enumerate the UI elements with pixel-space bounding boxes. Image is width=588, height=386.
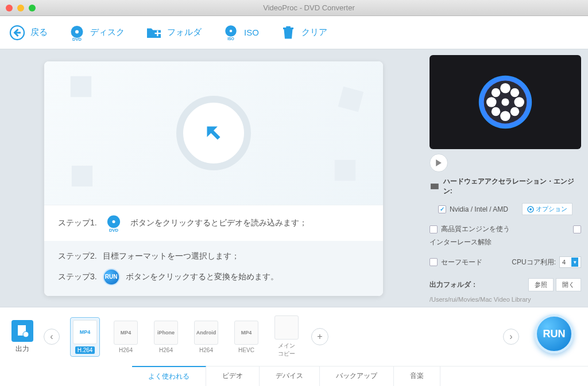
output-path: /Users/rui/Movies/Mac Video Library bbox=[430, 296, 581, 303]
format-item-3[interactable]: AndroidH264 bbox=[192, 318, 220, 356]
side-panel: ハードウェアアクセラレーション・エンジン: Nvidia / Intel / A… bbox=[427, 49, 588, 307]
output-folder-label: 出力フォルダ： bbox=[430, 280, 478, 290]
clear-button[interactable]: クリア bbox=[280, 24, 327, 41]
step3-text: ボタンをクリックすると変換を始めます。 bbox=[126, 272, 278, 282]
card-hero bbox=[44, 61, 383, 205]
step1-label: ステップ1. bbox=[58, 218, 97, 228]
next-format-button[interactable]: › bbox=[503, 329, 519, 345]
cpu-label: CPUコア利用: bbox=[512, 258, 556, 267]
svg-point-31 bbox=[529, 208, 532, 210]
gear-icon bbox=[527, 206, 534, 213]
tab-2[interactable]: デバイス bbox=[260, 366, 320, 386]
chevron-down-icon: ▾ bbox=[571, 258, 578, 267]
iso-button[interactable]: ISO ISO bbox=[222, 24, 259, 41]
trash-icon bbox=[280, 24, 297, 41]
hq-label: 高品質エンジンを使う bbox=[441, 224, 510, 234]
format-item-4[interactable]: MP4HEVC bbox=[232, 318, 261, 356]
gpu-label: Nvidia / Intel / AMD bbox=[450, 205, 508, 213]
svg-rect-29 bbox=[431, 184, 439, 189]
step-1: ステップ1. DVD ボタンをクリックするとビデオを読み込みます； bbox=[44, 205, 383, 241]
deinterlace-label: インターレース解除 bbox=[430, 237, 492, 247]
folder-label: フォルダ bbox=[167, 27, 202, 38]
play-icon bbox=[435, 159, 442, 166]
play-button[interactable] bbox=[430, 154, 448, 172]
svg-point-7 bbox=[230, 29, 233, 32]
step3-label: ステップ3. bbox=[58, 272, 97, 282]
format-tabs: よく使われるビデオデバイスバックアップ音楽 bbox=[132, 366, 588, 386]
format-item-0[interactable]: MP4H.264 bbox=[70, 317, 100, 357]
options-button[interactable]: オプション bbox=[522, 203, 572, 215]
deinterlace-checkbox[interactable] bbox=[573, 225, 581, 233]
tab-4[interactable]: 音楽 bbox=[394, 366, 440, 386]
back-button[interactable]: 戻る bbox=[9, 24, 48, 41]
format-item-1[interactable]: MP4H264 bbox=[111, 318, 140, 356]
minimize-icon[interactable] bbox=[17, 5, 24, 11]
format-item-2[interactable]: iPhoneH264 bbox=[152, 318, 180, 356]
svg-point-25 bbox=[510, 88, 519, 97]
svg-point-24 bbox=[492, 88, 500, 97]
document-gear-icon bbox=[11, 320, 33, 342]
folder-icon bbox=[145, 24, 163, 41]
disc-button[interactable]: DVD ディスク bbox=[68, 24, 125, 41]
svg-text:ISO: ISO bbox=[227, 36, 234, 40]
svg-point-28 bbox=[501, 98, 509, 106]
titlebar: VideoProc - DVD Converter bbox=[0, 0, 588, 16]
svg-rect-13 bbox=[72, 165, 92, 186]
back-icon bbox=[9, 24, 26, 41]
chevron-right-icon: › bbox=[509, 332, 512, 342]
svg-text:DVD: DVD bbox=[109, 228, 119, 233]
prev-format-button[interactable]: ‹ bbox=[44, 329, 60, 345]
engine-title: ハードウェアアクセラレーション・エンジン: bbox=[430, 177, 581, 196]
back-label: 戻る bbox=[30, 27, 48, 38]
open-button[interactable]: 開く bbox=[556, 278, 581, 291]
preview-pane bbox=[430, 55, 581, 149]
clear-label: クリア bbox=[301, 27, 327, 38]
svg-point-22 bbox=[486, 97, 497, 107]
output-label: 出力 bbox=[16, 344, 29, 354]
cpu-core-select[interactable]: 4▾ bbox=[559, 256, 581, 268]
hq-checkbox[interactable] bbox=[430, 225, 438, 233]
load-dropzone[interactable] bbox=[176, 96, 251, 170]
step2-text: 目標フォーマットを一つ選択します； bbox=[103, 251, 239, 262]
arrow-upleft-icon bbox=[200, 120, 227, 146]
svg-point-16 bbox=[112, 220, 115, 223]
svg-point-21 bbox=[500, 111, 510, 121]
output-settings-button[interactable]: 出力 bbox=[11, 320, 33, 354]
run-icon: RUN bbox=[103, 268, 120, 286]
close-icon[interactable] bbox=[6, 5, 13, 11]
chip-icon bbox=[430, 182, 440, 190]
tab-3[interactable]: バックアップ bbox=[320, 366, 394, 386]
browse-button[interactable]: 参照 bbox=[528, 278, 554, 291]
iso-label: ISO bbox=[244, 28, 259, 37]
drop-area: ステップ1. DVD ボタンをクリックするとビデオを読み込みます； ステップ2.… bbox=[0, 49, 427, 307]
folder-button[interactable]: フォルダ bbox=[145, 24, 202, 41]
svg-rect-10 bbox=[286, 26, 291, 28]
iso-icon: ISO bbox=[222, 24, 239, 41]
window-controls bbox=[6, 5, 36, 11]
disc-label: ディスク bbox=[90, 27, 125, 38]
safemode-label: セーフモード bbox=[441, 258, 482, 267]
step2-label: ステップ2. bbox=[58, 251, 97, 262]
format-item-5[interactable]: メイン コピー bbox=[272, 313, 301, 360]
svg-rect-11 bbox=[71, 76, 91, 96]
svg-point-20 bbox=[500, 83, 510, 93]
run-button[interactable]: RUN bbox=[535, 314, 574, 353]
bottom-bar: 出力 ‹ MP4H.264MP4H264iPhoneH264AndroidH26… bbox=[0, 307, 588, 386]
instruction-card: ステップ1. DVD ボタンをクリックするとビデオを読み込みます； ステップ2.… bbox=[44, 61, 383, 296]
steps-2-3: ステップ2. 目標フォーマットを一つ選択します； ステップ3. RUN ボタンを… bbox=[44, 241, 383, 296]
plus-icon: + bbox=[317, 332, 322, 342]
maximize-icon[interactable] bbox=[29, 5, 36, 11]
tab-1[interactable]: ビデオ bbox=[206, 366, 260, 386]
tab-0[interactable]: よく使われる bbox=[132, 366, 206, 386]
dvd-icon: DVD bbox=[104, 213, 123, 233]
step1-text: ボタンをクリックするとビデオを読み込みます； bbox=[130, 218, 307, 228]
dvd-icon: DVD bbox=[68, 24, 86, 41]
gpu-checkbox[interactable] bbox=[438, 205, 446, 213]
svg-point-2 bbox=[75, 30, 79, 33]
chevron-left-icon: ‹ bbox=[50, 332, 53, 342]
step-3: ステップ3. RUN ボタンをクリックすると変換を始めます。 bbox=[58, 265, 369, 289]
safemode-checkbox[interactable] bbox=[430, 258, 438, 266]
add-format-button[interactable]: + bbox=[311, 328, 328, 345]
svg-point-23 bbox=[514, 97, 524, 107]
logo-icon bbox=[474, 71, 537, 134]
